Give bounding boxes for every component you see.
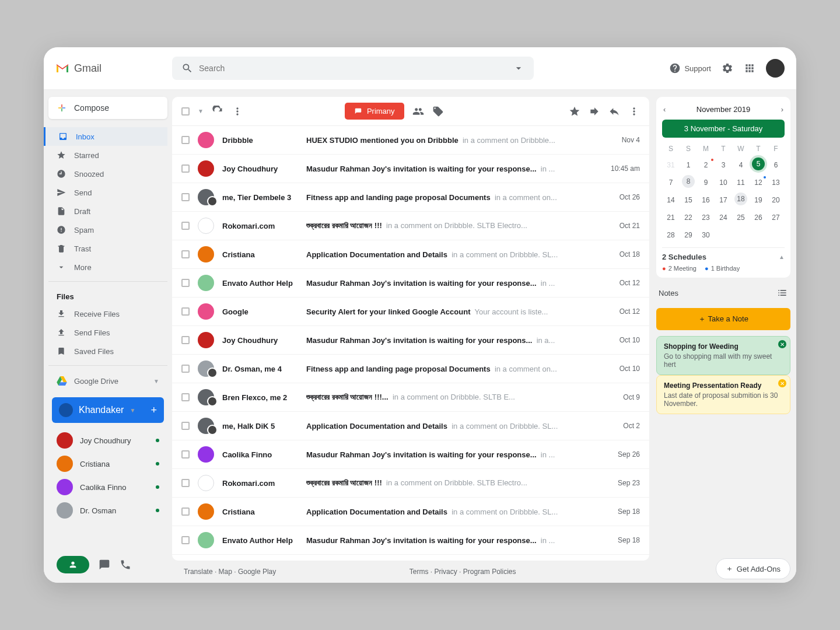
- reply-icon[interactable]: [608, 106, 620, 117]
- support-link[interactable]: Support: [669, 62, 711, 74]
- footer-left[interactable]: Translate · Map · Google Play: [184, 568, 276, 576]
- sidebar-item-snoozed[interactable]: Snoozed: [44, 164, 167, 183]
- chat-icon[interactable]: [99, 559, 110, 570]
- cal-day[interactable]: 26: [750, 210, 767, 225]
- cal-day[interactable]: 18: [734, 192, 747, 205]
- cal-day[interactable]: 5: [752, 158, 765, 170]
- email-row[interactable]: Joy ChoudhuryMasudur Rahman Joy's invita…: [172, 326, 649, 355]
- cal-day[interactable]: 27: [767, 210, 785, 225]
- search-bar[interactable]: [172, 57, 534, 80]
- primary-tab[interactable]: Primany: [345, 103, 404, 120]
- get-addons-button[interactable]: ＋ Get Add-Ons: [716, 558, 790, 579]
- sidebar-item-draft[interactable]: Draft: [44, 202, 167, 220]
- cal-prev[interactable]: ‹: [663, 105, 666, 114]
- email-row[interactable]: Rokomari.comশুক্রবারের রকমারি আয়োজন !!!…: [172, 469, 649, 498]
- cal-day[interactable]: 23: [697, 210, 715, 225]
- row-checkbox[interactable]: [181, 508, 190, 516]
- cal-day[interactable]: 11: [732, 175, 750, 190]
- logo[interactable]: Gmail: [55, 62, 172, 75]
- row-checkbox[interactable]: [181, 479, 190, 487]
- close-icon[interactable]: ✕: [778, 340, 786, 348]
- cal-day[interactable]: 17: [715, 192, 732, 208]
- take-note-button[interactable]: ＋ Take a Note: [656, 308, 790, 330]
- contact-item[interactable]: Joy Choudhury: [48, 429, 167, 452]
- email-row[interactable]: me, Halk DiK 5Application Documentation …: [172, 412, 649, 440]
- cal-day[interactable]: 10: [715, 175, 732, 190]
- cal-day[interactable]: 30: [697, 228, 715, 243]
- row-checkbox[interactable]: [181, 193, 190, 201]
- chevron-up-icon[interactable]: ▲: [779, 254, 785, 260]
- cal-day[interactable]: 7: [662, 175, 680, 190]
- cal-day[interactable]: 14: [662, 192, 680, 208]
- add-account-icon[interactable]: +: [150, 404, 157, 416]
- row-checkbox[interactable]: [181, 536, 190, 544]
- email-row[interactable]: CristianaApplication Documentation and D…: [172, 498, 649, 526]
- cal-next[interactable]: ›: [781, 105, 783, 114]
- cal-day[interactable]: 9: [697, 175, 715, 190]
- sidebar-item-trast[interactable]: Trast: [44, 239, 167, 258]
- sidebar-item-send[interactable]: Send: [44, 183, 167, 202]
- social-icon[interactable]: [412, 106, 424, 117]
- cal-day[interactable]: 13: [767, 175, 785, 190]
- files-item-saved-files[interactable]: Saved Files: [44, 342, 167, 360]
- schedule-item[interactable]: 1 Birthday: [705, 265, 740, 272]
- email-row[interactable]: GoogleSecurity Alert for your linked Goo…: [172, 298, 649, 326]
- forward-icon[interactable]: [589, 106, 600, 117]
- row-checkbox[interactable]: [181, 393, 190, 401]
- compose-button[interactable]: Compose: [48, 97, 167, 119]
- refresh-icon[interactable]: [212, 106, 223, 117]
- account-avatar[interactable]: [766, 59, 785, 78]
- search-input[interactable]: [199, 64, 513, 73]
- phone-icon[interactable]: [120, 559, 131, 570]
- sidebar-item-inbox[interactable]: Inbox: [44, 127, 167, 146]
- account-chip[interactable]: Khandaker ▼ +: [52, 397, 164, 423]
- email-row[interactable]: Dr. Osman, me 4Fitness app and landing p…: [172, 355, 649, 383]
- email-row[interactable]: GoogleSecurity Alert for your linked Goo…: [172, 555, 649, 561]
- cal-day[interactable]: 25: [732, 210, 750, 225]
- promotions-icon[interactable]: [432, 106, 444, 117]
- more-icon[interactable]: [232, 106, 243, 117]
- email-row[interactable]: CristianaApplication Documentation and D…: [172, 240, 649, 269]
- email-row[interactable]: Envato Author HelpMasudur Rahman Joy's i…: [172, 526, 649, 555]
- dropdown-icon[interactable]: [513, 62, 524, 74]
- footer-center[interactable]: Terms · Privacy · Program Policies: [410, 568, 516, 576]
- apps-icon[interactable]: [744, 62, 755, 74]
- files-item-receive-files[interactable]: Receive Files: [44, 304, 167, 323]
- email-row[interactable]: Caolika FinnoMasudur Rahman Joy's invita…: [172, 440, 649, 469]
- contacts-fab[interactable]: [57, 556, 89, 573]
- cal-day[interactable]: 29: [680, 228, 697, 243]
- row-checkbox[interactable]: [181, 307, 190, 316]
- star-icon[interactable]: [569, 106, 580, 117]
- row-checkbox[interactable]: [181, 422, 190, 430]
- cal-day[interactable]: 2: [697, 158, 715, 173]
- close-icon[interactable]: ✕: [778, 379, 786, 387]
- note-card[interactable]: ✕Shopping for WeedingGo to shopping mall…: [656, 336, 790, 375]
- row-checkbox[interactable]: [181, 279, 190, 287]
- cal-day[interactable]: 12: [750, 175, 767, 190]
- more-vert-icon[interactable]: [628, 106, 640, 117]
- contact-item[interactable]: Caolika Finno: [48, 475, 167, 499]
- select-dropdown[interactable]: ▼: [198, 108, 204, 114]
- email-row[interactable]: Bren Flexco, me 2শুক্রবারের রকমারি আয়োজ…: [172, 383, 649, 412]
- cal-day[interactable]: 28: [662, 228, 680, 243]
- contact-item[interactable]: Dr. Osman: [48, 499, 167, 522]
- cal-day[interactable]: 20: [767, 192, 785, 208]
- cal-day[interactable]: 6: [767, 158, 785, 173]
- row-checkbox[interactable]: [181, 164, 190, 173]
- cal-day[interactable]: 8: [682, 175, 695, 188]
- gear-icon[interactable]: [722, 62, 733, 74]
- schedule-item[interactable]: 2 Meeting: [662, 265, 696, 272]
- row-checkbox[interactable]: [181, 222, 190, 230]
- note-card[interactable]: ✕Meeting Pressentation ReadyLast date of…: [656, 375, 790, 414]
- cal-day[interactable]: 16: [697, 192, 715, 208]
- row-checkbox[interactable]: [181, 365, 190, 373]
- email-row[interactable]: DribbbleHUEX STUDIO mentioned you on Dri…: [172, 126, 649, 155]
- google-drive-link[interactable]: Google Drive ▼: [48, 370, 167, 391]
- cal-day[interactable]: 3: [715, 158, 732, 173]
- sidebar-item-more[interactable]: More: [44, 258, 167, 276]
- sidebar-item-starred[interactable]: Starred: [44, 146, 167, 164]
- cal-day[interactable]: 24: [715, 210, 732, 225]
- contact-item[interactable]: Cristiana: [48, 452, 167, 475]
- row-checkbox[interactable]: [181, 250, 190, 258]
- row-checkbox[interactable]: [181, 336, 190, 344]
